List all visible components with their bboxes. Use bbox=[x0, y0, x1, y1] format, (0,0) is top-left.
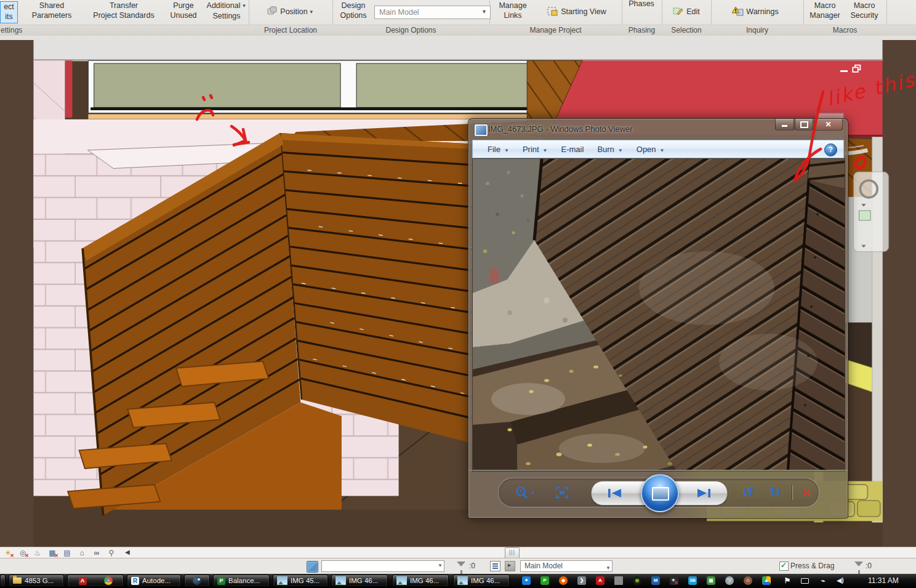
rendering-icon[interactable]: ♨ bbox=[32, 548, 43, 558]
wifi-off-icon[interactable]: ᯤ✕ bbox=[670, 576, 678, 585]
green-p-icon[interactable]: P bbox=[540, 576, 549, 585]
design-option-combo[interactable]: Main Model ▼ bbox=[374, 6, 491, 19]
battery-icon[interactable] bbox=[800, 576, 809, 585]
warnings-button[interactable]: Warnings bbox=[716, 6, 795, 18]
svg-text:+: + bbox=[520, 488, 523, 494]
plug-icon[interactable]: ⌁ bbox=[819, 576, 827, 585]
next-button[interactable] bbox=[696, 479, 712, 507]
selection-filter-count: :0 bbox=[866, 562, 872, 570]
taskbar-item-autodesk[interactable]: R Autode... bbox=[127, 574, 181, 587]
avatar-icon[interactable]: ☺ bbox=[744, 576, 752, 585]
minimize-button[interactable] bbox=[775, 119, 794, 131]
reveal-hidden-icon[interactable]: ⌂ bbox=[76, 548, 87, 558]
starting-view-icon bbox=[547, 6, 558, 18]
chevron-down-icon: ▼ bbox=[309, 7, 314, 17]
taskbar-item-folder[interactable]: 4853 G... bbox=[9, 574, 64, 587]
previous-button[interactable] bbox=[606, 479, 622, 507]
feather-icon[interactable]: ❯ bbox=[577, 576, 586, 585]
manage-links-button[interactable]: Manage Links bbox=[493, 1, 532, 20]
zoom-button[interactable]: + ▼ bbox=[515, 478, 536, 507]
editable-filter-icon[interactable] bbox=[457, 562, 465, 566]
group-label-selection: Selection bbox=[662, 25, 711, 36]
crop-region-icon[interactable]: ▤ bbox=[62, 548, 73, 558]
speaker-icon[interactable]: ◀) bbox=[836, 576, 845, 585]
maximize-button[interactable] bbox=[795, 119, 813, 131]
adobe-tray-icon[interactable]: A bbox=[596, 576, 605, 585]
taskbar-item-steam[interactable] bbox=[184, 574, 210, 587]
purge-unused-button[interactable]: Purge Unused bbox=[163, 1, 204, 20]
crop-view-off-icon[interactable]: ▩✕ bbox=[47, 548, 58, 558]
play-slideshow-button[interactable] bbox=[641, 474, 679, 512]
gray-square-icon[interactable] bbox=[614, 576, 623, 585]
menu-open[interactable]: Open▼ bbox=[628, 145, 670, 154]
position-icon bbox=[267, 6, 278, 18]
exclude-options-icon[interactable] bbox=[505, 561, 515, 571]
taskbar-item-img46b[interactable]: IMG 46... bbox=[392, 574, 449, 587]
view-minimize-icon[interactable] bbox=[840, 70, 848, 72]
fit-to-window-button[interactable] bbox=[555, 478, 569, 507]
close-button[interactable]: ✕ bbox=[814, 119, 843, 131]
design-options-button[interactable]: Design Options bbox=[335, 1, 372, 20]
selection-filter-icon[interactable] bbox=[854, 562, 863, 566]
sun-path-off-icon[interactable]: ☀✕ bbox=[2, 548, 14, 558]
transfer-project-standards-button[interactable]: Transfer Project Standards bbox=[86, 1, 162, 20]
steam-icon bbox=[193, 576, 201, 585]
edit-icon bbox=[673, 6, 684, 18]
green-box-icon[interactable]: ▣ bbox=[707, 576, 715, 585]
blue-m-icon[interactable]: M bbox=[651, 576, 660, 585]
alien-icon[interactable]: ツ bbox=[725, 576, 734, 585]
macro-security-button[interactable]: Macro Security bbox=[845, 1, 883, 20]
additional-settings-button[interactable]: Additional▼ Settings bbox=[206, 1, 247, 21]
help-icon[interactable]: ? bbox=[824, 143, 837, 156]
revit-desktop: { "ribbon": { "group_labels": ["ettings"… bbox=[0, 0, 916, 588]
dropbox-icon[interactable]: ✦ bbox=[522, 576, 531, 585]
chevron-down-icon: ▼ bbox=[241, 1, 246, 11]
phases-button[interactable]: Phases bbox=[623, 0, 660, 9]
action-center-flag-icon[interactable]: ⚑ bbox=[783, 576, 792, 585]
sb-app-icon[interactable]: SB bbox=[688, 576, 697, 585]
adobe-reader-icon: A bbox=[79, 577, 87, 585]
shared-parameters-button[interactable]: Shared Parameters bbox=[20, 1, 84, 20]
group-label-project-location: Project Location bbox=[249, 25, 332, 36]
taskbar-item-partial[interactable] bbox=[0, 574, 6, 587]
taskbar-item-img45[interactable]: IMG 45... bbox=[273, 574, 328, 587]
nvidia-icon[interactable]: ◉ bbox=[633, 576, 641, 585]
taskbar-clock[interactable]: 11:31 AM bbox=[868, 576, 899, 585]
windows-photo-viewer-window[interactable]: IMG_4673.JPG - Windows Photo Viewer ✕ Fi… bbox=[468, 118, 848, 518]
workset-icon bbox=[307, 561, 318, 573]
delete-button[interactable]: ✕ bbox=[802, 478, 811, 507]
photo-viewer-titlebar[interactable]: IMG_4673.JPG - Windows Photo Viewer ✕ bbox=[468, 119, 848, 140]
edit-selection-button[interactable]: Edit bbox=[665, 6, 707, 18]
workset-combo[interactable]: ▼ bbox=[321, 560, 444, 572]
rotate-clockwise-button[interactable]: ↻ bbox=[769, 478, 781, 507]
starting-view-button[interactable]: Starting View bbox=[535, 6, 619, 18]
project-units-button[interactable]: ect its bbox=[0, 1, 18, 23]
position-button[interactable]: Position▼ bbox=[256, 6, 325, 18]
shadows-off-icon[interactable]: ◎✕ bbox=[17, 548, 28, 558]
toolbar-divider bbox=[792, 485, 793, 500]
windows-taskbar: 4853 G... A R Autode... P Balance... IMG… bbox=[0, 574, 916, 588]
collapse-arrow-icon[interactable]: ◀ bbox=[125, 549, 130, 555]
menu-email[interactable]: E-mail bbox=[553, 145, 589, 154]
menu-burn[interactable]: Burn▼ bbox=[589, 145, 627, 154]
orange-ring-icon[interactable] bbox=[559, 576, 568, 585]
press-and-drag-checkbox[interactable] bbox=[779, 562, 789, 571]
status-bar: ▼ :0 Main Model ▼ Press & Drag :0 bbox=[0, 558, 916, 574]
menu-file[interactable]: File▼ bbox=[479, 145, 514, 154]
google-drive-icon[interactable]: ▲ bbox=[762, 576, 771, 585]
design-options-picker-icon[interactable] bbox=[490, 561, 500, 571]
rotate-counterclockwise-button[interactable]: ↺ bbox=[742, 478, 753, 507]
navigation-bar[interactable] bbox=[853, 172, 888, 252]
ribbon-manage-tab: ect its Shared Parameters Transfer Proje… bbox=[0, 0, 916, 41]
macro-manager-button[interactable]: Macro Manager bbox=[806, 1, 844, 20]
taskbar-item-img46c[interactable]: IMG 46... bbox=[453, 574, 510, 587]
reveal-constraints-icon[interactable]: ⚲ bbox=[106, 548, 117, 558]
active-design-option-combo[interactable]: Main Model ▼ bbox=[520, 560, 613, 572]
taskbar-item-apps[interactable]: A bbox=[67, 574, 124, 587]
taskbar-item-balance[interactable]: P Balance... bbox=[213, 574, 270, 587]
taskbar-item-img46a[interactable]: IMG 46... bbox=[331, 574, 388, 587]
ceiling-band bbox=[33, 40, 882, 61]
menu-print[interactable]: Print▼ bbox=[514, 145, 553, 154]
zoom-tool-icon[interactable] bbox=[859, 211, 871, 220]
temporary-hide-isolate-icon[interactable]: ∞ bbox=[91, 548, 102, 558]
